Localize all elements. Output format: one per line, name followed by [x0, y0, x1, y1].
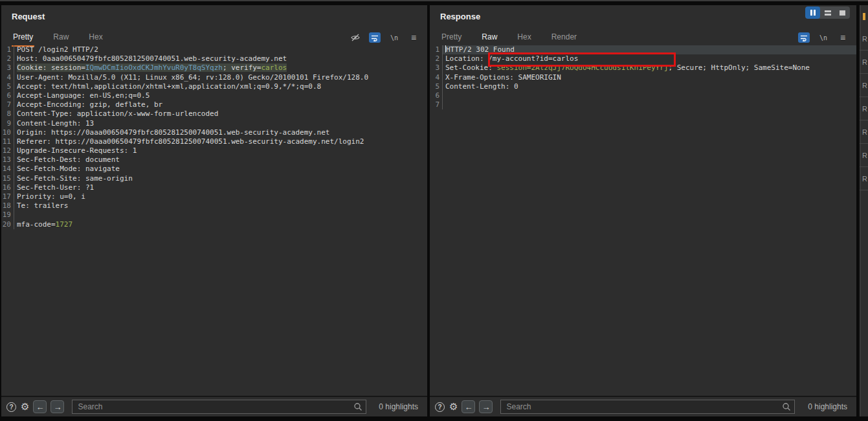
- line-text: Upgrade-Insecure-Requests: 1: [14, 146, 427, 155]
- inspector-section-row[interactable]: R: [860, 144, 868, 167]
- code-line[interactable]: 14Sec-Fetch-Mode: navigate: [1, 165, 427, 174]
- request-search-input[interactable]: [72, 400, 366, 414]
- line-number: 15: [1, 174, 14, 183]
- code-line[interactable]: 18Te: trailers: [1, 201, 427, 210]
- line-text: Referer: https://0aaa00650479fbfc8052812…: [14, 137, 427, 146]
- inspector-section-row[interactable]: R: [860, 27, 868, 51]
- columns-layout-icon[interactable]: [805, 6, 820, 19]
- request-highlights-count: 0 highlights: [379, 402, 418, 411]
- word-wrap-icon[interactable]: [369, 32, 381, 43]
- inspector-section-row[interactable]: R: [860, 51, 868, 74]
- search-prev-button[interactable]: ←: [462, 400, 475, 413]
- line-text: Accept-Language: en-US,en;q=0.5: [14, 91, 427, 100]
- line-text: Origin: https://0aaa00650479fbfc80528125…: [14, 128, 427, 137]
- code-line[interactable]: 13Sec-Fetch-Dest: document: [1, 155, 427, 165]
- line-number: 1: [430, 45, 443, 54]
- line-number: 6: [430, 91, 443, 100]
- line-number: 16: [1, 183, 14, 192]
- line-text: Content-Length: 13: [14, 119, 427, 128]
- search-icon: [782, 402, 791, 411]
- search-prev-button[interactable]: ←: [33, 400, 47, 413]
- inspector-section-row[interactable]: R: [860, 97, 868, 120]
- word-wrap-icon[interactable]: [798, 32, 810, 43]
- line-text: Sec-Fetch-Dest: document: [14, 155, 427, 165]
- code-line[interactable]: 3Cookie: session=IQmwDCmIioOxdCKJmhYvuR0…: [1, 63, 427, 73]
- line-number: 9: [1, 119, 14, 128]
- line-text: Sec-Fetch-User: ?1: [14, 183, 427, 192]
- search-next-button[interactable]: →: [50, 400, 64, 413]
- line-number: 3: [430, 63, 443, 73]
- code-line[interactable]: 12Upgrade-Insecure-Requests: 1: [1, 146, 427, 155]
- line-text: Cookie: session=IQmwDCmIioOxdCKJmhYvuR0y…: [14, 63, 427, 73]
- code-line[interactable]: 15Sec-Fetch-Site: same-origin: [1, 174, 427, 183]
- inspector-section-row[interactable]: R: [860, 167, 868, 190]
- line-number: 10: [1, 128, 14, 137]
- code-line[interactable]: 11Referer: https://0aaa00650479fbfc80528…: [1, 137, 427, 146]
- help-icon[interactable]: ?: [6, 402, 16, 412]
- request-panel: Request Pretty Raw Hex \n ≡ 1POST /login…: [1, 5, 427, 416]
- request-search-bar: ? ⚙ ← → 0 highlights: [1, 396, 427, 416]
- line-number: 13: [1, 155, 14, 165]
- code-line[interactable]: 17Priority: u=0, i: [1, 192, 427, 201]
- search-next-button[interactable]: →: [479, 400, 493, 413]
- request-panel-title: Request: [12, 12, 45, 21]
- line-text: Sec-Fetch-Mode: navigate: [14, 165, 427, 174]
- code-line[interactable]: 4X-Frame-Options: SAMEORIGIN: [430, 73, 856, 82]
- rows-layout-icon[interactable]: [820, 6, 835, 19]
- line-number: 11: [1, 137, 14, 146]
- line-number: 1: [1, 45, 14, 54]
- inspector-accent-icon: [863, 13, 865, 20]
- code-line[interactable]: 7: [430, 100, 856, 109]
- inspector-section-row[interactable]: R: [860, 120, 868, 144]
- line-text: [14, 210, 427, 220]
- editor-menu-icon[interactable]: ≡: [408, 32, 419, 43]
- show-newlines-icon[interactable]: \n: [818, 32, 829, 43]
- line-number: 17: [1, 192, 14, 201]
- line-number: 8: [1, 109, 14, 119]
- line-number: 5: [1, 82, 14, 91]
- show-newlines-icon[interactable]: \n: [388, 32, 400, 43]
- response-editor-toolbar: \n ≡: [798, 32, 849, 43]
- line-text: [443, 91, 856, 100]
- line-text: Content-Length: 0: [443, 82, 856, 91]
- request-editor[interactable]: 1POST /login2 HTTP/22Host: 0aaa00650479f…: [1, 43, 427, 395]
- code-line[interactable]: 8Content-Type: application/x-www-form-ur…: [1, 109, 427, 119]
- line-text: Host: 0aaa00650479fbfc8052812500740051.w…: [14, 54, 427, 63]
- code-line[interactable]: 9Content-Length: 13: [1, 119, 427, 128]
- code-line[interactable]: 20mfa-code=1727: [1, 220, 427, 229]
- line-number: 2: [430, 54, 443, 63]
- code-line[interactable]: 6: [430, 91, 856, 100]
- response-highlights-count: 0 highlights: [808, 402, 847, 411]
- code-line[interactable]: 5Content-Length: 0: [430, 82, 856, 91]
- hide-eye-slash-icon[interactable]: [350, 32, 361, 43]
- settings-gear-icon[interactable]: ⚙: [449, 401, 458, 413]
- code-line[interactable]: 2Host: 0aaa00650479fbfc8052812500740051.…: [1, 54, 427, 63]
- line-number: 7: [1, 100, 14, 109]
- code-line[interactable]: 16Sec-Fetch-User: ?1: [1, 183, 427, 192]
- request-editor-toolbar: \n ≡: [350, 32, 419, 43]
- inspector-section-row[interactable]: R: [860, 74, 868, 97]
- response-editor[interactable]: 1HTTP/2 302 Found2Location: /my-account?…: [430, 43, 856, 395]
- code-line[interactable]: 5Accept: text/html,application/xhtml+xml…: [1, 82, 427, 91]
- line-text: Priority: u=0, i: [14, 192, 427, 201]
- code-line[interactable]: 19: [1, 210, 427, 220]
- code-line[interactable]: 4User-Agent: Mozilla/5.0 (X11; Linux x86…: [1, 73, 427, 82]
- line-number: 18: [1, 201, 14, 210]
- single-view-icon[interactable]: [835, 6, 850, 19]
- settings-gear-icon[interactable]: ⚙: [21, 401, 29, 413]
- line-number: 12: [1, 146, 14, 155]
- code-line[interactable]: 10Origin: https://0aaa00650479fbfc805281…: [1, 128, 427, 137]
- response-search-input[interactable]: [500, 400, 795, 414]
- response-panel-title: Response: [440, 12, 480, 21]
- line-number: 7: [430, 100, 443, 109]
- line-text: Accept: text/html,application/xhtml+xml,…: [14, 82, 427, 91]
- help-icon[interactable]: ?: [435, 402, 445, 412]
- code-line[interactable]: 7Accept-Encoding: gzip, deflate, br: [1, 100, 427, 109]
- line-number: 14: [1, 165, 14, 174]
- inspector-collapsed-strip[interactable]: RRRRRRR: [859, 5, 868, 416]
- code-line[interactable]: 1POST /login2 HTTP/2: [1, 45, 427, 54]
- search-icon: [353, 402, 362, 411]
- code-line[interactable]: 6Accept-Language: en-US,en;q=0.5: [1, 91, 427, 100]
- line-number: 3: [1, 63, 14, 73]
- editor-menu-icon[interactable]: ≡: [837, 32, 849, 43]
